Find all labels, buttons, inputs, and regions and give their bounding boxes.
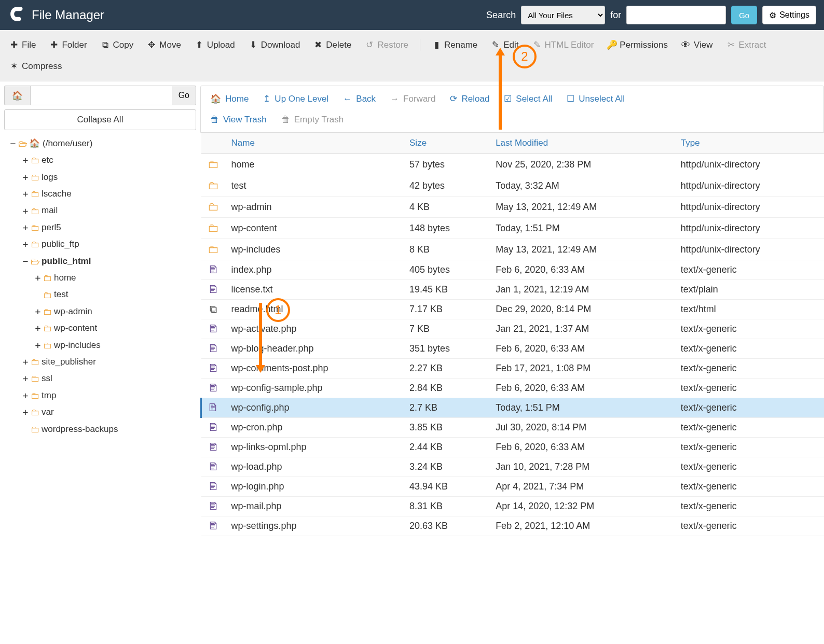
table-row[interactable]: 🗀wp-includes8 KBMay 13, 2021, 12:49 AMht… [201,239,825,260]
collapse-icon[interactable]: − [9,135,17,152]
search-scope-select[interactable]: All Your Files [521,6,605,24]
copy-button[interactable]: ⧉Copy [95,36,139,54]
table-row[interactable]: 🖹license.txt19.45 KBJan 1, 2021, 12:19 A… [201,280,825,300]
cell-name: test [225,175,404,197]
expand-icon[interactable]: + [22,404,29,421]
collapse-icon[interactable]: − [22,253,29,270]
table-row[interactable]: 🖹wp-login.php43.94 KBApr 4, 2021, 7:34 P… [201,477,825,497]
table-row[interactable]: 🗀wp-content148 bytesToday, 1:51 PMhttpd/… [201,218,825,239]
expand-icon[interactable]: + [34,320,42,337]
tree-item-etc[interactable]: +🗀etc [22,152,196,169]
view-button[interactable]: 👁View [676,36,718,54]
move-button[interactable]: ✥Move [142,35,186,54]
empty-trash-button[interactable]: 🗑Empty Trash [275,111,350,128]
collapse-all-button[interactable]: Collapse All [4,109,196,130]
cell-name: home [225,154,404,175]
expand-icon[interactable]: + [22,152,29,169]
table-row[interactable]: 🗀home57 bytesNov 25, 2020, 2:38 PMhttpd/… [201,154,825,175]
tree-root[interactable]: − 🗁 🏠 (/home/user) [9,135,196,152]
expand-icon[interactable]: + [22,219,29,236]
cell-size: 19.45 KB [403,280,489,300]
col-type-header[interactable]: Type [675,133,824,154]
expand-icon[interactable]: + [22,354,29,370]
table-row[interactable]: ⧉readme.html7.17 KBDec 29, 2020, 8:14 PM… [201,300,825,319]
nav-home-button[interactable]: 🏠Home [204,90,255,107]
table-row[interactable]: 🖹wp-blog-header.php351 bytesFeb 6, 2020,… [201,339,825,359]
col-name-header[interactable]: Name [225,133,404,154]
table-row[interactable]: 🖹wp-config.php2.7 KBToday, 1:51 PMtext/x… [201,398,825,418]
select-all-button[interactable]: ☑Select All [498,90,558,107]
col-date-header[interactable]: Last Modified [489,133,675,154]
tree-item-wordpress-backups[interactable]: 🗀wordpress-backups [22,421,196,438]
cell-size: 7 KB [403,319,489,339]
cell-size: 351 bytes [403,339,489,359]
tree-item-ph-test[interactable]: 🗀test [34,287,196,303]
folder-button[interactable]: ✚Folder [44,35,92,54]
expand-icon[interactable]: + [22,203,29,219]
cell-date: Today, 1:51 PM [489,218,675,239]
compress-button[interactable]: ✶Compress [4,57,67,76]
folder-icon: 🗀 [208,158,219,171]
tree-item-ph-home[interactable]: +🗀home [34,270,196,286]
table-row[interactable]: 🗀test42 bytesToday, 3:32 AMhttpd/unix-di… [201,175,825,197]
expand-icon[interactable]: + [22,236,29,253]
table-row[interactable]: 🖹wp-cron.php3.85 KBJul 30, 2020, 8:14 PM… [201,418,825,438]
forward-button[interactable]: →Forward [384,90,442,107]
download-button[interactable]: ⬇Download [243,35,306,54]
delete-button[interactable]: ✖Delete [308,35,356,54]
table-row[interactable]: 🖹wp-mail.php8.31 KBApr 14, 2020, 12:32 P… [201,497,825,516]
table-row[interactable]: 🖹wp-config-sample.php2.84 KBFeb 6, 2020,… [201,379,825,398]
html-editor-button[interactable]: ✎HTML Editor [527,35,599,54]
search-go-button[interactable]: Go [731,6,757,24]
table-row[interactable]: 🗀wp-admin4 KBMay 13, 2021, 12:49 AMhttpd… [201,197,825,218]
rename-button[interactable]: ▮Rename [427,35,483,54]
tree-item-public-html[interactable]: −🗁public_html [22,253,196,270]
cell-type: text/x-generic [675,260,824,280]
tree-item-logs[interactable]: +🗀logs [22,169,196,186]
tree-item-ph-wp-admin[interactable]: +🗀wp-admin [34,303,196,320]
unselect-all-button[interactable]: ☐Unselect All [560,90,631,107]
tree-item-perl5[interactable]: +🗀perl5 [22,219,196,236]
file-icon: 🖹 [208,520,218,531]
back-button[interactable]: ←Back [337,90,382,107]
view-trash-button[interactable]: 🗑View Trash [204,111,273,128]
table-row[interactable]: 🖹index.php405 bytesFeb 6, 2020, 6:33 AMt… [201,260,825,280]
table-row[interactable]: 🖹wp-activate.php7 KBJan 21, 2021, 1:37 A… [201,319,825,339]
search-input[interactable] [626,6,726,24]
table-row[interactable]: 🖹wp-comments-post.php2.27 KBFeb 17, 2021… [201,359,825,379]
tree-item-mail[interactable]: +🗀mail [22,203,196,219]
tree-item-public-ftp[interactable]: +🗀public_ftp [22,236,196,253]
expand-icon[interactable]: + [22,370,29,387]
table-row[interactable]: 🖹wp-links-opml.php2.44 KBFeb 6, 2020, 6:… [201,438,825,457]
extract-button[interactable]: ✂Extract [721,35,772,54]
up-one-level-button[interactable]: ↥Up One Level [257,90,335,107]
file-button[interactable]: ✚File [4,35,41,54]
path-input[interactable] [30,86,172,105]
table-row[interactable]: 🖹wp-load.php3.24 KBJan 10, 2021, 7:28 PM… [201,457,825,477]
reload-button[interactable]: ⟳Reload [444,90,496,107]
restore-button[interactable]: ↺Restore [360,35,414,54]
tree-item-site-publisher[interactable]: +🗀site_publisher [22,354,196,370]
col-icon-header[interactable] [201,133,225,154]
upload-button[interactable]: ⬆Upload [189,35,240,54]
settings-button[interactable]: ⚙ Settings [762,6,816,24]
tree-item-var[interactable]: +🗀var [22,404,196,421]
expand-icon[interactable]: + [34,337,42,354]
tree-item-tmp[interactable]: +🗀tmp [22,387,196,404]
tree-item-ph-wp-includes[interactable]: +🗀wp-includes [34,337,196,354]
expand-icon[interactable]: + [22,186,29,202]
cell-type: httpd/unix-directory [675,218,824,239]
table-row[interactable]: 🖹wp-settings.php20.63 KBFeb 2, 2021, 12:… [201,516,825,536]
expand-icon[interactable]: + [22,169,29,186]
col-size-header[interactable]: Size [403,133,489,154]
expand-icon[interactable]: + [22,387,29,404]
cell-date: Today, 3:32 AM [489,175,675,197]
tree-item-ph-wp-content[interactable]: +🗀wp-content [34,320,196,337]
expand-icon[interactable]: + [34,303,42,320]
tree-item-ssl[interactable]: +🗀ssl [22,370,196,387]
expand-icon[interactable]: + [34,270,42,286]
permissions-button[interactable]: 🔑Permissions [602,35,673,54]
sidebar-home-button[interactable]: 🏠 [4,86,30,105]
tree-item-lscache[interactable]: +🗀lscache [22,186,196,202]
sidebar-go-button[interactable]: Go [172,86,196,105]
